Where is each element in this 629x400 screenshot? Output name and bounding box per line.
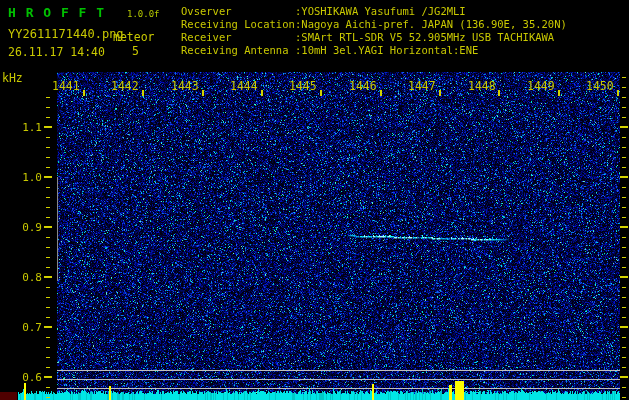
receiver-label: Receiver: [181, 31, 295, 44]
meteor-count: 5: [132, 44, 139, 58]
mode-label: meteor: [113, 30, 155, 44]
time-tick-label: 1449: [527, 79, 555, 93]
observer-label: Ovserver: [181, 5, 295, 18]
time-tick-label: 1441: [52, 79, 80, 93]
time-tick-label: 1443: [171, 79, 199, 93]
freq-tick-label: 0.7: [20, 321, 42, 334]
spectrogram-canvas: [0, 0, 629, 400]
time-tick-label: 1442: [111, 79, 139, 93]
version-label: 1.0.0f: [127, 9, 160, 19]
time-tick-label: 1444: [230, 79, 258, 93]
hrofft-window: H R O F F T 1.0.0f YY2611171440.png mete…: [0, 0, 629, 400]
freq-axis-unit: kHz: [2, 71, 23, 85]
receiver-value: :SMArt RTL-SDR V5 52.905MHz USB TACHIKAW…: [295, 31, 554, 43]
output-filename: YY2611171440.png: [8, 27, 124, 41]
observer-row: Ovserver:YOSHIKAWA Yasufumi /JG2MLI: [181, 5, 567, 18]
antenna-label: Receiving Antenna: [181, 44, 295, 57]
time-tick-label: 1445: [289, 79, 317, 93]
freq-tick-label: 0.8: [20, 271, 42, 284]
time-tick-label: 1447: [408, 79, 436, 93]
datetime-label: 26.11.17 14:40: [8, 45, 105, 59]
app-title: H R O F F T: [8, 5, 105, 20]
receiver-row: Receiver:SMArt RTL-SDR V5 52.905MHz USB …: [181, 31, 567, 44]
observer-value: :YOSHIKAWA Yasufumi /JG2MLI: [295, 5, 466, 17]
location-row: Receiving Location:Nagoya Aichi-pref. JA…: [181, 18, 567, 31]
location-value: :Nagoya Aichi-pref. JAPAN (136.90E, 35.2…: [295, 18, 567, 30]
time-tick-label: 1448: [468, 79, 496, 93]
time-tick-label: 1450: [586, 79, 614, 93]
freq-tick-label: 0.9: [20, 221, 42, 234]
antenna-row: Receiving Antenna:10mH 3el.YAGI Horizont…: [181, 44, 567, 57]
antenna-value: :10mH 3el.YAGI Horizontal:ENE: [295, 44, 478, 56]
location-label: Receiving Location: [181, 18, 295, 31]
station-info: Ovserver:YOSHIKAWA Yasufumi /JG2MLI Rece…: [181, 5, 567, 57]
time-tick-label: 1446: [349, 79, 377, 93]
freq-tick-label: 1.1: [20, 121, 42, 134]
freq-tick-label: 0.6: [20, 371, 42, 384]
freq-tick-label: 1.0: [20, 171, 42, 184]
